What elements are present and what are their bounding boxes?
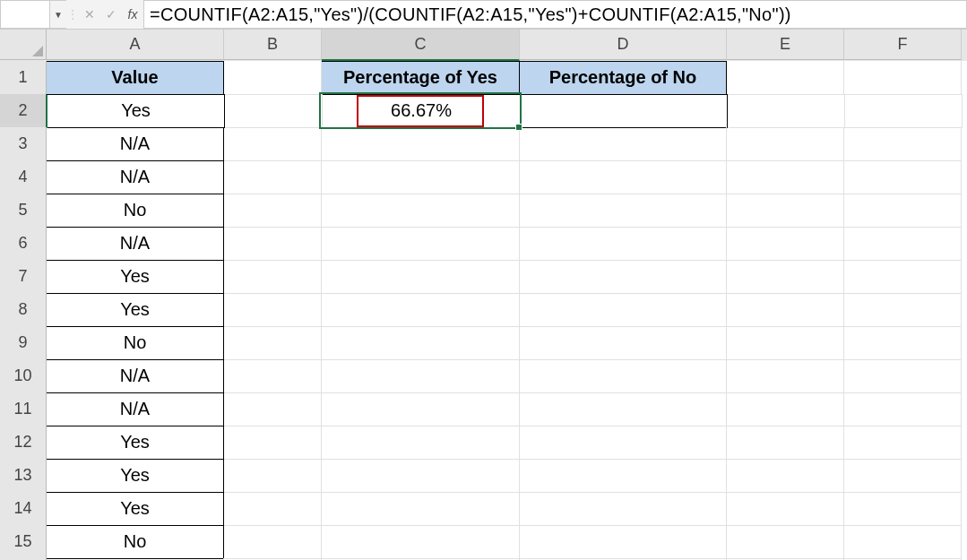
row-header-9[interactable]: 9 [0,326,47,360]
cell-D3[interactable] [520,127,727,161]
row-header-8[interactable]: 8 [0,293,47,327]
row-header-10[interactable]: 10 [0,359,47,393]
select-all-corner[interactable] [0,30,47,60]
cell-D7[interactable] [520,260,727,294]
cell-C2[interactable]: 66.67% [323,94,521,128]
cell-C14[interactable] [322,492,520,526]
cell-F2[interactable] [845,94,963,128]
cell-A1[interactable]: Value [47,61,224,95]
row-header-4[interactable]: 4 [0,160,47,194]
cell-F12[interactable] [844,426,962,460]
row-header-5[interactable]: 5 [0,194,47,228]
cell-A2[interactable]: Yes [47,94,225,128]
cell-D1[interactable]: Percentage of No [520,61,727,95]
cell-F3[interactable] [844,127,962,161]
cell-C12[interactable] [322,426,520,460]
cell-D14[interactable] [520,492,727,526]
fx-icon[interactable]: fx [122,0,143,29]
cell-C1[interactable]: Percentage of Yes [322,61,520,95]
cell-B2[interactable] [225,94,323,128]
cell-E9[interactable] [727,326,844,360]
cancel-icon[interactable]: ✕ [79,0,100,29]
cell-D12[interactable] [520,426,727,460]
cell-A7[interactable]: Yes [47,260,224,294]
cell-A3[interactable]: N/A [47,127,224,161]
name-box-dropdown[interactable]: ▼ [50,0,66,29]
cell-B13[interactable] [224,459,322,493]
cell-E2[interactable] [728,94,845,128]
cell-E6[interactable] [727,227,844,261]
cell-B8[interactable] [224,293,322,327]
row-header-6[interactable]: 6 [0,227,47,261]
cell-F9[interactable] [844,326,962,360]
cell-E11[interactable] [727,392,844,426]
cell-C10[interactable] [322,359,520,393]
row-header-12[interactable]: 12 [0,426,47,460]
cell-E7[interactable] [727,260,844,294]
cell-A13[interactable]: Yes [47,459,224,493]
cell-C3[interactable] [322,127,520,161]
cell-F6[interactable] [844,227,962,261]
cell-E10[interactable] [727,359,844,393]
cell-B4[interactable] [224,160,322,194]
row-header-15[interactable]: 15 [0,525,47,559]
cell-E12[interactable] [727,426,844,460]
cell-F1[interactable] [844,61,962,95]
cell-B12[interactable] [224,426,322,460]
column-header-B[interactable]: B [224,30,322,60]
row-header-1[interactable]: 1 [0,61,47,95]
cell-C4[interactable] [322,160,520,194]
cell-A10[interactable]: N/A [47,359,224,393]
cell-D15[interactable] [520,525,727,559]
cell-C13[interactable] [322,459,520,493]
cell-E8[interactable] [727,293,844,327]
cell-A8[interactable]: Yes [47,293,224,327]
cell-D10[interactable] [520,359,727,393]
column-header-D[interactable]: D [520,30,727,60]
cell-D2[interactable] [521,94,728,128]
cell-F11[interactable] [844,392,962,426]
name-box[interactable] [0,0,50,29]
cell-A5[interactable]: No [47,194,224,228]
cell-F15[interactable] [844,525,962,559]
column-header-A[interactable]: A [47,30,224,60]
cell-C11[interactable] [322,392,520,426]
cell-B9[interactable] [224,326,322,360]
cell-A9[interactable]: No [47,326,224,360]
row-header-13[interactable]: 13 [0,459,47,493]
cell-F5[interactable] [844,194,962,228]
cell-F4[interactable] [844,160,962,194]
column-header-E[interactable]: E [727,30,844,60]
cell-A15[interactable]: No [47,525,224,559]
cell-B10[interactable] [224,359,322,393]
cell-B6[interactable] [224,227,322,261]
cell-A4[interactable]: N/A [47,160,224,194]
row-header-2[interactable]: 2 [0,94,47,128]
row-header-7[interactable]: 7 [0,260,47,294]
formula-input[interactable]: =COUNTIF(A2:A15,"Yes")/(COUNTIF(A2:A15,"… [143,0,967,29]
cell-D8[interactable] [520,293,727,327]
cell-C5[interactable] [322,194,520,228]
enter-icon[interactable]: ✓ [100,0,122,29]
cell-B1[interactable] [224,61,322,95]
cell-A14[interactable]: Yes [47,492,224,526]
cell-F14[interactable] [844,492,962,526]
cell-C6[interactable] [322,227,520,261]
cell-C8[interactable] [322,293,520,327]
cell-A6[interactable]: N/A [47,227,224,261]
cell-F13[interactable] [844,459,962,493]
column-header-F[interactable]: F [844,30,962,60]
cell-E15[interactable] [727,525,844,559]
cell-B7[interactable] [224,260,322,294]
row-header-11[interactable]: 11 [0,392,47,426]
cell-B14[interactable] [224,492,322,526]
cell-E14[interactable] [727,492,844,526]
cell-E3[interactable] [727,127,844,161]
row-header-3[interactable]: 3 [0,127,47,161]
cell-E4[interactable] [727,160,844,194]
cell-B5[interactable] [224,194,322,228]
cell-D4[interactable] [520,160,727,194]
column-header-C[interactable]: C [322,30,520,61]
cell-C9[interactable] [322,326,520,360]
cell-F10[interactable] [844,359,962,393]
